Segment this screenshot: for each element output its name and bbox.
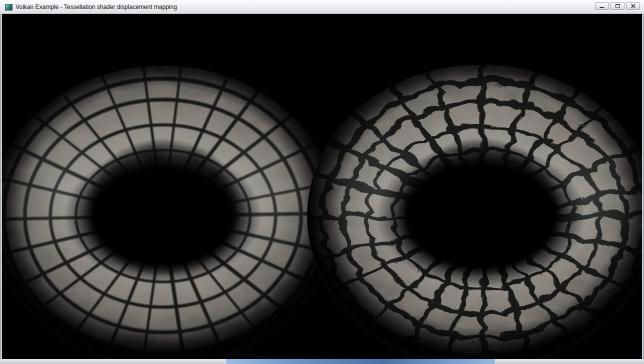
window-controls (595, 2, 640, 10)
close-icon (630, 4, 636, 8)
render-viewport[interactable] (2, 14, 642, 359)
title-bar[interactable]: Vulkan Example - Tessellation shader dis… (0, 0, 644, 14)
minimize-icon (600, 7, 604, 8)
maximize-icon (616, 4, 620, 8)
render-canvas (2, 14, 642, 359)
maximize-button[interactable] (610, 2, 624, 10)
window-title: Vulkan Example - Tessellation shader dis… (16, 4, 177, 10)
app-icon[interactable] (4, 4, 12, 12)
window-bottom-border (0, 359, 644, 364)
app-icon-image (5, 4, 12, 10)
taskbar-glimpse (226, 359, 495, 364)
app-window: Vulkan Example - Tessellation shader dis… (0, 0, 644, 364)
minimize-button[interactable] (595, 2, 609, 10)
close-button[interactable] (626, 2, 640, 10)
